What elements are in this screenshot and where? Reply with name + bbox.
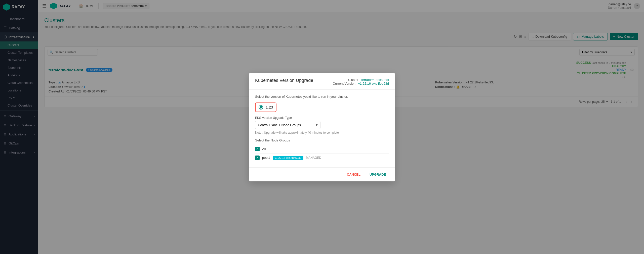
modal-cluster-info: Cluster: terraform-docs-test Current Ver…: [333, 78, 389, 85]
version-option-123[interactable]: 1.23: [255, 103, 276, 112]
modal-title: Kubernetes Version Upgrade: [255, 78, 313, 83]
node-pool1-label: pool1: [262, 156, 270, 160]
modal-cluster-name: terraform-docs-test: [361, 78, 389, 82]
node-pool1-managed: MANAGED: [306, 156, 321, 160]
cancel-button[interactable]: CANCEL: [344, 171, 364, 178]
node-pool1-version: v1.22.15-eks-fb459a0: [273, 156, 303, 160]
node-all-label: All: [262, 147, 266, 151]
upgrade-note: Note : Upgrade will take approximately 4…: [255, 131, 389, 134]
checkbox-all[interactable]: ✓: [255, 147, 260, 151]
radio-inner: [260, 106, 262, 109]
chevron-down-icon: ▾: [316, 123, 318, 127]
kubernetes-upgrade-modal: Kubernetes Version Upgrade Cluster: terr…: [249, 73, 395, 181]
node-group-all-row: ✓ All: [255, 145, 389, 154]
modal-footer: CANCEL UPGRADE: [249, 167, 395, 181]
upgrade-type-value: Control Plane + Node Groups: [258, 123, 301, 127]
checkbox-pool1[interactable]: ✓: [255, 156, 260, 160]
modal-version-row: Current Version: v1.22.16-eks-ffeb93d: [333, 82, 389, 85]
modal-current-version: v1.22.16-eks-ffeb93d: [358, 82, 389, 85]
modal-subtitle: Select the version of Kubernetes you'd l…: [255, 95, 389, 98]
modal-header: Kubernetes Version Upgrade Cluster: terr…: [249, 73, 395, 90]
radio-button-123: [259, 105, 263, 110]
version-number: 1.23: [266, 105, 273, 109]
modal-cluster-row: Cluster: terraform-docs-test: [333, 78, 389, 82]
upgrade-type-label: EKS Version Upgrade Type: [255, 116, 389, 120]
modal-overlay: Kubernetes Version Upgrade Cluster: terr…: [0, 0, 644, 254]
upgrade-button[interactable]: UPGRADE: [367, 171, 389, 178]
upgrade-type-select[interactable]: Control Plane + Node Groups ▾: [255, 121, 320, 129]
modal-body: Select the version of Kubernetes you'd l…: [249, 90, 395, 167]
node-group-pool1-row: ✓ pool1 v1.22.15-eks-fb459a0 MANAGED: [255, 154, 389, 162]
node-groups-title: Select the Node Groups: [255, 138, 389, 142]
